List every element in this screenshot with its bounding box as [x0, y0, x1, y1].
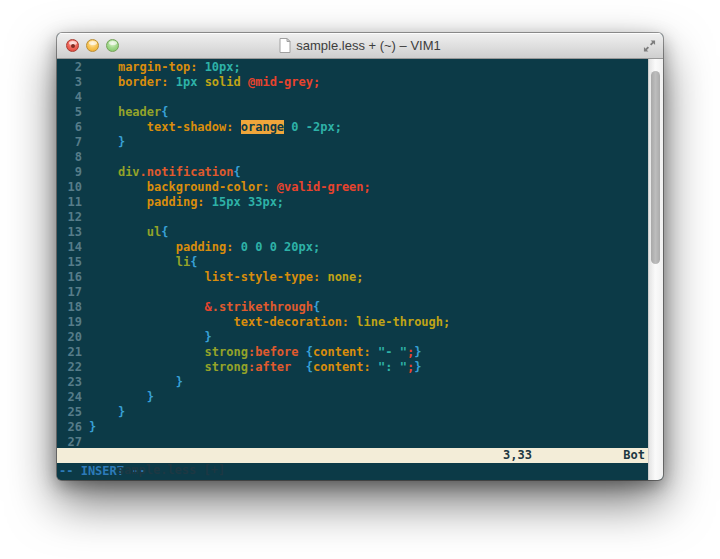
code-line: 5 header{: [57, 105, 648, 120]
code-line: 3 border: 1px solid @mid-grey;: [57, 75, 648, 90]
code-token: [371, 345, 378, 359]
code-token: [197, 75, 204, 89]
code-token: {: [306, 345, 313, 359]
code-token: [89, 165, 118, 179]
code-line: 11 padding: 15px 33px;: [57, 195, 648, 210]
code-token: [89, 180, 147, 194]
line-number: 25: [57, 405, 82, 420]
vim-window: sample.less + (~) – VIM1 2 margin-top: 1…: [57, 33, 663, 480]
code-token: &: [205, 300, 212, 314]
code-line: 25 }: [57, 405, 648, 420]
code-token: }: [414, 360, 421, 374]
code-token: [89, 225, 147, 239]
code-token: [270, 180, 277, 194]
code-line: 4: [57, 90, 648, 105]
code-token: @mid-grey;: [248, 75, 320, 89]
window-title: sample.less + (~) – VIM1: [296, 38, 441, 53]
line-number: 21: [57, 345, 82, 360]
zoom-button[interactable]: [106, 39, 119, 52]
code-line: 22 strong:after {content: ": ";}: [57, 360, 648, 375]
code-token: }: [118, 135, 125, 149]
code-token: content:: [313, 360, 371, 374]
code-token: [89, 360, 205, 374]
line-number: 18: [57, 300, 82, 315]
statusline-scroll-position: Bot: [623, 448, 645, 463]
line-number: 5: [57, 105, 82, 120]
code-token: 0 0 0 20px;: [241, 240, 320, 254]
code-line: 8: [57, 150, 648, 165]
scrollbar-thumb[interactable]: [651, 71, 660, 264]
code-line: 12: [57, 210, 648, 225]
search-highlight: orange: [241, 120, 284, 134]
code-token: [89, 120, 147, 134]
code-token: 15px 33px;: [212, 195, 284, 209]
line-number: 26: [57, 420, 82, 435]
code-token: [89, 270, 205, 284]
code-line: 19 text-decoration: line-through;: [57, 315, 648, 330]
code-token: [89, 105, 118, 119]
code-token: 1px: [176, 75, 198, 89]
code-token: {: [190, 255, 197, 269]
code-token: "- ": [378, 345, 407, 359]
window-body: 2 margin-top: 10px;3 border: 1px solid @…: [57, 59, 663, 480]
line-number: 19: [57, 315, 82, 330]
line-number: 27: [57, 435, 82, 448]
code-token: @valid-green;: [277, 180, 371, 194]
vim-statusline: sample.less [+] 3,33 Bot: [57, 448, 648, 463]
code-token: background-color:: [147, 180, 270, 194]
code-token: strong: [205, 345, 248, 359]
code-token: [89, 255, 176, 269]
code-line: 2 margin-top: 10px;: [57, 60, 648, 75]
line-number: 11: [57, 195, 82, 210]
code-line: 18 &.strikethrough{: [57, 300, 648, 315]
code-token: {: [313, 300, 320, 314]
code-token: [89, 135, 118, 149]
minimize-button[interactable]: [86, 39, 99, 52]
code-token: {: [306, 360, 313, 374]
fullscreen-arrows-icon[interactable]: [643, 39, 656, 52]
title-bar[interactable]: sample.less + (~) – VIM1: [57, 33, 663, 59]
code-token: border:: [118, 75, 169, 89]
code-line: 14 padding: 0 0 0 20px;: [57, 240, 648, 255]
code-token: [234, 120, 241, 134]
code-token: 0 -2px;: [291, 120, 342, 134]
line-number: 14: [57, 240, 82, 255]
code-token: ul: [147, 225, 161, 239]
document-icon: [279, 38, 291, 53]
code-token: margin-top:: [118, 60, 197, 74]
code-token: [197, 60, 204, 74]
code-token: [89, 315, 234, 329]
code-token: padding:: [176, 240, 234, 254]
code-line: 7 }: [57, 135, 648, 150]
line-number: 4: [57, 90, 82, 105]
code-token: [89, 75, 118, 89]
code-token: .notification: [140, 165, 234, 179]
line-number: 15: [57, 255, 82, 270]
line-number: 20: [57, 330, 82, 345]
line-number: 16: [57, 270, 82, 285]
line-number: 22: [57, 360, 82, 375]
code-token: [371, 360, 378, 374]
scrollbar-track[interactable]: [648, 59, 663, 480]
code-token: [89, 60, 118, 74]
code-token: ": ": [378, 360, 407, 374]
code-token: :after: [248, 360, 291, 374]
code-token: text-shadow:: [147, 120, 234, 134]
code-line: 23 }: [57, 375, 648, 390]
code-token: padding:: [147, 195, 205, 209]
code-token: }: [147, 390, 154, 404]
code-token: {: [161, 225, 168, 239]
code-line: 15 li{: [57, 255, 648, 270]
code-token: solid: [205, 75, 241, 89]
code-token: [89, 300, 205, 314]
line-number: 10: [57, 180, 82, 195]
close-button[interactable]: [66, 39, 79, 52]
code-area[interactable]: 2 margin-top: 10px;3 border: 1px solid @…: [57, 59, 648, 448]
code-line: 13 ul{: [57, 225, 648, 240]
code-token: line-through;: [356, 315, 450, 329]
code-token: 10px;: [205, 60, 241, 74]
code-line: 26}: [57, 420, 648, 435]
code-token: list-style-type:: [205, 270, 321, 284]
code-line: 20 }: [57, 330, 648, 345]
code-token: {: [234, 165, 241, 179]
